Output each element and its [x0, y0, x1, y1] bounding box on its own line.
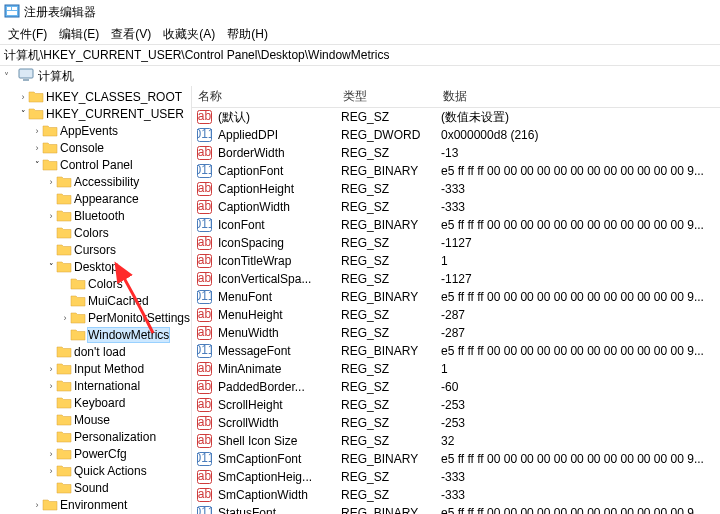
- grid-row[interactable]: 011AppliedDPIREG_DWORD0x000000d8 (216): [192, 126, 720, 144]
- grid-row[interactable]: abScrollHeightREG_SZ-253: [192, 396, 720, 414]
- col-type[interactable]: 类型: [337, 88, 437, 105]
- tree-item[interactable]: ›PowerCfg: [0, 445, 191, 462]
- chevron-right-icon[interactable]: ›: [46, 381, 56, 391]
- value-type: REG_DWORD: [335, 128, 435, 142]
- tree-item[interactable]: Personalization: [0, 428, 191, 445]
- value-name: PaddedBorder...: [212, 380, 335, 394]
- tree-item[interactable]: Mouse: [0, 411, 191, 428]
- grid-row[interactable]: abCaptionHeightREG_SZ-333: [192, 180, 720, 198]
- grid-row[interactable]: 011SmCaptionFontREG_BINARYe5 ff ff ff 00…: [192, 450, 720, 468]
- tree-item[interactable]: MuiCached: [0, 292, 191, 309]
- value-data: -333: [435, 488, 720, 502]
- tree-item[interactable]: ›Accessibility: [0, 173, 191, 190]
- grid-row[interactable]: abCaptionWidthREG_SZ-333: [192, 198, 720, 216]
- grid-row[interactable]: abScrollWidthREG_SZ-253: [192, 414, 720, 432]
- chevron-down-icon[interactable]: ˅: [46, 262, 56, 272]
- chevron-down-icon[interactable]: ˅: [4, 71, 14, 82]
- grid-row[interactable]: abIconTitleWrapREG_SZ1: [192, 252, 720, 270]
- tree-item[interactable]: Cursors: [0, 241, 191, 258]
- folder-icon: [56, 481, 72, 495]
- value-type: REG_SZ: [335, 146, 435, 160]
- tree-item[interactable]: ›PerMonitorSettings: [0, 309, 191, 326]
- grid-row[interactable]: abIconVerticalSpa...REG_SZ-1127: [192, 270, 720, 288]
- svg-text:ab: ab: [197, 200, 211, 213]
- grid-row[interactable]: abMinAnimateREG_SZ1: [192, 360, 720, 378]
- tree-item[interactable]: ›AppEvents: [0, 122, 191, 139]
- col-data[interactable]: 数据: [437, 88, 720, 105]
- grid-row[interactable]: abPaddedBorder...REG_SZ-60: [192, 378, 720, 396]
- tree-item-label: Colors: [88, 277, 123, 291]
- grid-row[interactable]: 011StatusFontREG_BINARYe5 ff ff ff 00 00…: [192, 504, 720, 514]
- tree-item[interactable]: WindowMetrics: [0, 326, 191, 343]
- tree-item[interactable]: ˅HKEY_CURRENT_USER: [0, 105, 191, 122]
- app-icon: [4, 3, 24, 22]
- col-name[interactable]: 名称: [192, 88, 337, 105]
- chevron-right-icon[interactable]: ›: [32, 143, 42, 153]
- menu-favorites[interactable]: 收藏夹(A): [159, 26, 219, 43]
- grid-row[interactable]: abIconSpacingREG_SZ-1127: [192, 234, 720, 252]
- tree-item[interactable]: ˅Control Panel: [0, 156, 191, 173]
- chevron-right-icon[interactable]: ›: [46, 177, 56, 187]
- string-value-icon: ab: [196, 200, 212, 214]
- menu-edit[interactable]: 编辑(E): [55, 26, 103, 43]
- address-bar[interactable]: 计算机\HKEY_CURRENT_USER\Control Panel\Desk…: [0, 44, 720, 66]
- tree-item[interactable]: Sound: [0, 479, 191, 496]
- value-name: (默认): [212, 109, 335, 126]
- tree-item[interactable]: ›Input Method: [0, 360, 191, 377]
- tree-item[interactable]: ›International: [0, 377, 191, 394]
- grid-row[interactable]: abBorderWidthREG_SZ-13: [192, 144, 720, 162]
- value-name: ScrollWidth: [212, 416, 335, 430]
- chevron-right-icon[interactable]: ›: [46, 364, 56, 374]
- tree-item[interactable]: Colors: [0, 275, 191, 292]
- string-value-icon: ab: [196, 326, 212, 340]
- value-name: MenuWidth: [212, 326, 335, 340]
- svg-text:ab: ab: [197, 236, 211, 249]
- tree-item[interactable]: don't load: [0, 343, 191, 360]
- folder-icon: [70, 277, 86, 291]
- tree-item[interactable]: Colors: [0, 224, 191, 241]
- value-name: MinAnimate: [212, 362, 335, 376]
- value-data: -1127: [435, 272, 720, 286]
- grid-row[interactable]: abShell Icon SizeREG_SZ32: [192, 432, 720, 450]
- chevron-down-icon[interactable]: ˅: [18, 109, 28, 119]
- grid-row[interactable]: abMenuWidthREG_SZ-287: [192, 324, 720, 342]
- chevron-right-icon[interactable]: ›: [18, 92, 28, 102]
- chevron-right-icon[interactable]: ›: [60, 313, 70, 323]
- folder-icon: [56, 379, 72, 393]
- chevron-right-icon[interactable]: ›: [46, 449, 56, 459]
- value-type: REG_BINARY: [335, 164, 435, 178]
- svg-text:011: 011: [197, 290, 212, 303]
- string-value-icon: ab: [196, 308, 212, 322]
- chevron-down-icon[interactable]: ˅: [32, 160, 42, 170]
- value-data: e5 ff ff ff 00 00 00 00 00 00 00 00 00 0…: [435, 164, 720, 178]
- menu-help[interactable]: 帮助(H): [223, 26, 272, 43]
- menu-file[interactable]: 文件(F): [4, 26, 51, 43]
- svg-text:ab: ab: [197, 434, 211, 447]
- grid-row[interactable]: 011MessageFontREG_BINARYe5 ff ff ff 00 0…: [192, 342, 720, 360]
- grid-row[interactable]: abSmCaptionWidthREG_SZ-333: [192, 486, 720, 504]
- registry-tree[interactable]: ›HKEY_CLASSES_ROOT˅HKEY_CURRENT_USER›App…: [0, 86, 192, 514]
- value-type: REG_SZ: [335, 470, 435, 484]
- tree-root[interactable]: ˅ 计算机: [0, 66, 720, 86]
- grid-row[interactable]: 011MenuFontREG_BINARYe5 ff ff ff 00 00 0…: [192, 288, 720, 306]
- value-data: -13: [435, 146, 720, 160]
- chevron-right-icon[interactable]: ›: [32, 126, 42, 136]
- tree-item[interactable]: ›Console: [0, 139, 191, 156]
- tree-item[interactable]: Keyboard: [0, 394, 191, 411]
- value-name: SmCaptionWidth: [212, 488, 335, 502]
- chevron-right-icon[interactable]: ›: [32, 500, 42, 510]
- grid-row[interactable]: 011IconFontREG_BINARYe5 ff ff ff 00 00 0…: [192, 216, 720, 234]
- grid-row[interactable]: abSmCaptionHeig...REG_SZ-333: [192, 468, 720, 486]
- chevron-right-icon[interactable]: ›: [46, 211, 56, 221]
- tree-item[interactable]: Appearance: [0, 190, 191, 207]
- tree-item[interactable]: ›Environment: [0, 496, 191, 513]
- tree-item[interactable]: ›Bluetooth: [0, 207, 191, 224]
- grid-row[interactable]: abMenuHeightREG_SZ-287: [192, 306, 720, 324]
- tree-item[interactable]: ˅Desktop: [0, 258, 191, 275]
- grid-row[interactable]: ab(默认)REG_SZ(数值未设置): [192, 108, 720, 126]
- menu-view[interactable]: 查看(V): [107, 26, 155, 43]
- tree-item[interactable]: ›Quick Actions: [0, 462, 191, 479]
- tree-item[interactable]: ›HKEY_CLASSES_ROOT: [0, 88, 191, 105]
- chevron-right-icon[interactable]: ›: [46, 466, 56, 476]
- grid-row[interactable]: 011CaptionFontREG_BINARYe5 ff ff ff 00 0…: [192, 162, 720, 180]
